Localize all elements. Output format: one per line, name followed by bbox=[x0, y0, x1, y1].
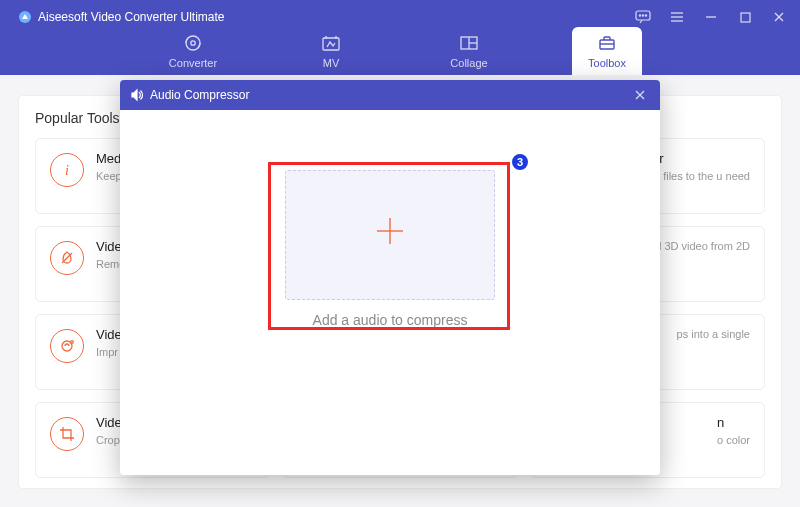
card-desc: ps into a single bbox=[677, 327, 750, 341]
svg-point-2 bbox=[639, 15, 640, 16]
svg-point-13 bbox=[191, 41, 195, 45]
watermark-icon bbox=[50, 241, 84, 275]
modal-close-button[interactable] bbox=[630, 85, 650, 105]
enhance-icon bbox=[50, 329, 84, 363]
speaker-icon bbox=[130, 88, 144, 102]
modal-title: Audio Compressor bbox=[150, 88, 249, 102]
modal-header: Audio Compressor bbox=[120, 80, 660, 110]
app-title: Aiseesoft Video Converter Ultimate bbox=[18, 10, 225, 24]
collage-icon bbox=[434, 33, 504, 53]
tab-label: Collage bbox=[434, 57, 504, 69]
plus-icon bbox=[373, 214, 407, 256]
step-badge: 3 bbox=[510, 152, 530, 172]
main-tabs: Converter MV Collage Toolbox bbox=[0, 29, 800, 75]
toolbox-icon bbox=[578, 33, 636, 53]
tab-converter[interactable]: Converter bbox=[158, 33, 228, 75]
tab-label: Toolbox bbox=[578, 57, 636, 69]
feedback-icon[interactable] bbox=[632, 8, 654, 26]
svg-text:i: i bbox=[65, 163, 69, 178]
app-logo-icon bbox=[18, 10, 32, 24]
drop-caption: Add a audio to compress bbox=[260, 312, 520, 328]
card-title: Vide bbox=[96, 415, 122, 430]
svg-point-4 bbox=[645, 15, 646, 16]
converter-icon bbox=[158, 33, 228, 53]
tab-label: MV bbox=[296, 57, 366, 69]
close-button[interactable] bbox=[768, 8, 790, 26]
card-title: sor bbox=[645, 151, 750, 166]
minimize-button[interactable] bbox=[700, 8, 722, 26]
card-desc: Crop bbox=[96, 433, 122, 447]
card-desc: d 3D video from 2D bbox=[655, 239, 750, 253]
card-desc: dio files to the u need bbox=[645, 169, 750, 183]
maximize-button[interactable] bbox=[734, 8, 756, 26]
menu-icon[interactable] bbox=[666, 8, 688, 26]
mv-icon bbox=[296, 33, 366, 53]
tab-label: Converter bbox=[158, 57, 228, 69]
info-icon: i bbox=[50, 153, 84, 187]
card-title: n bbox=[717, 415, 750, 430]
svg-rect-9 bbox=[741, 13, 750, 22]
card-desc: o color bbox=[717, 433, 750, 447]
svg-point-23 bbox=[71, 341, 74, 344]
tab-toolbox[interactable]: Toolbox bbox=[572, 27, 642, 75]
svg-point-3 bbox=[642, 15, 643, 16]
tab-mv[interactable]: MV bbox=[296, 33, 366, 75]
add-audio-dropzone[interactable] bbox=[285, 170, 495, 300]
crop-icon bbox=[50, 417, 84, 451]
tab-collage[interactable]: Collage bbox=[434, 33, 504, 75]
audio-compressor-modal: Audio Compressor 3 Add a audio to compre… bbox=[120, 80, 660, 475]
app-title-text: Aiseesoft Video Converter Ultimate bbox=[38, 10, 225, 24]
